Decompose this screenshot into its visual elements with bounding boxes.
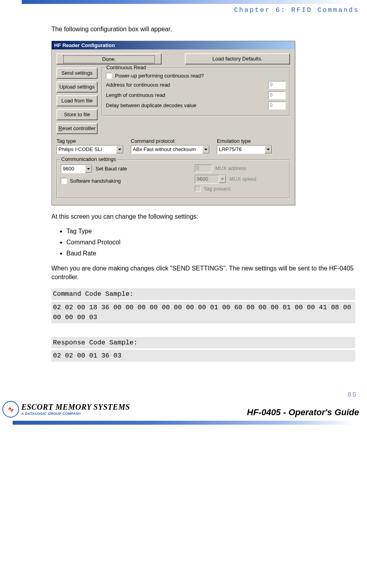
mux-speed-label: MUX speed: [230, 176, 256, 182]
emulation-type-combo[interactable]: LRP75/76: [217, 145, 272, 154]
tag-present-checkbox: [195, 186, 201, 192]
comm-legend: Communication settings: [60, 156, 117, 162]
command-code-body: 02 02 00 18 36 00 00 00 00 00 00 00 00 0…: [51, 302, 355, 323]
store-to-file-button[interactable]: Store to file: [56, 109, 98, 120]
handshake-checkbox[interactable]: [61, 178, 67, 184]
settings-list: Tag Type Command Protocol Baud Rate: [66, 228, 355, 257]
chevron-down-icon: [219, 175, 226, 183]
upload-settings-button[interactable]: Upload settings: [56, 81, 98, 93]
tag-type-label: Tag type: [56, 138, 124, 144]
command-protocol-combo[interactable]: ABx Fast without checksum: [131, 145, 210, 154]
send-settings-button[interactable]: Send settings: [56, 68, 98, 79]
chapter-header: Chapter 6: RFID Commands: [0, 4, 367, 14]
powerup-label: Power-up performing continuous read?: [115, 73, 204, 79]
load-from-file-button[interactable]: Load from file: [56, 95, 98, 106]
handshake-label: Software handshaking: [70, 178, 121, 184]
command-code-label: Command Code Sample:: [51, 288, 355, 300]
response-code-label: Response Code Sample:: [51, 337, 355, 349]
tag-present-label: Tag present.: [204, 186, 232, 192]
after-dialog-text: At this screen you can change the follow…: [51, 212, 355, 221]
emulation-type-label: Emulation type: [217, 138, 272, 144]
response-code-body: 02 02 00 01 36 03: [51, 350, 355, 362]
list-item: Tag Type: [66, 228, 355, 235]
reset-controller-button[interactable]: RReset controlllereset controlller: [56, 123, 98, 134]
command-protocol-label: Command protocol:: [131, 138, 210, 144]
guide-title: HF-0405 - Operator's Guide: [247, 407, 359, 418]
bottom-stripe: [13, 421, 354, 425]
hf-reader-dialog: HF Reader Configuration Done. Load facto…: [51, 41, 295, 205]
baud-rate-label: Set Baud rate: [96, 166, 127, 172]
list-item: Baud Rate: [66, 250, 355, 257]
page-footer: ∿ ESCORT MEMORY SYSTEMS A DATALOGIC GROU…: [0, 401, 367, 419]
chevron-down-icon[interactable]: [116, 146, 123, 153]
powerup-checkbox[interactable]: [106, 73, 112, 79]
delay-input[interactable]: 0: [268, 102, 286, 110]
chevron-down-icon[interactable]: [202, 146, 209, 153]
ems-logo-icon: ∿: [2, 401, 19, 418]
baud-rate-combo[interactable]: 9600: [61, 164, 92, 173]
done-button[interactable]: Done.: [56, 53, 162, 64]
dialog-titlebar: HF Reader Configuration: [52, 41, 295, 49]
mux-addr-input: 0: [195, 164, 212, 172]
tag-type-combo[interactable]: Philips I-CODE SLi: [56, 145, 124, 154]
continuous-read-legend: Continuous Read: [105, 64, 147, 70]
company-tagline: A DATALOGIC GROUP COMPANY: [21, 412, 130, 416]
communication-settings-group: Communication settings 9600 Set Baud rat…: [56, 159, 290, 199]
addr-label: Address for continuous read: [106, 82, 170, 88]
chevron-down-icon[interactable]: [85, 165, 92, 173]
intro-text: The following configuration box will app…: [51, 25, 355, 34]
len-label: Length of continuous read: [106, 92, 165, 98]
addr-input[interactable]: 0: [268, 81, 286, 89]
done-instructions: When you are done making changes click "…: [51, 264, 355, 281]
page-number: 85: [0, 363, 367, 401]
list-item: Command Protocol: [66, 239, 355, 246]
continuous-read-group: Continuous Read Power-up performing cont…: [102, 68, 290, 116]
load-defaults-button[interactable]: Load factory Defaults.: [185, 53, 290, 64]
delay-label: Delay between duplicate decodes value: [106, 102, 196, 108]
mux-addr-label: MUX address: [215, 165, 247, 171]
mux-speed-combo: 9600: [195, 175, 226, 183]
top-stripe: [22, 0, 354, 4]
chevron-down-icon[interactable]: [265, 146, 272, 153]
company-name: ESCORT MEMORY SYSTEMS: [21, 403, 130, 412]
len-input[interactable]: 0: [268, 91, 286, 99]
